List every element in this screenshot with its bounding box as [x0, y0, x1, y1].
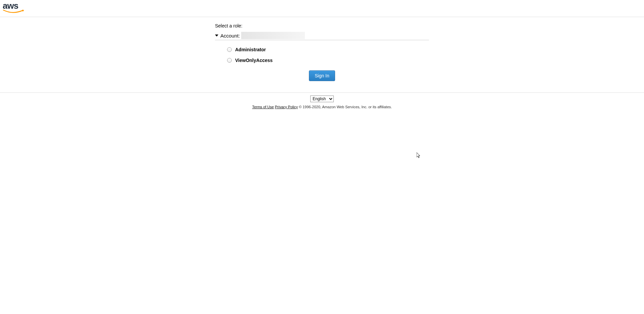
language-select[interactable]: English [310, 96, 334, 102]
radio-icon[interactable] [227, 58, 232, 63]
header: aws [0, 0, 644, 17]
select-role-heading: Select a role: [215, 23, 429, 28]
role-name: Administrator [235, 47, 266, 52]
aws-logo: aws [3, 1, 26, 15]
main-content: Select a role: Account: Administrator Vi… [215, 17, 429, 90]
role-item-administrator[interactable]: Administrator [227, 47, 429, 52]
privacy-policy-link[interactable]: Privacy Policy [275, 105, 298, 109]
signin-button[interactable]: Sign In [309, 70, 335, 81]
account-label: Account: [220, 33, 240, 39]
radio-icon[interactable] [227, 47, 232, 52]
terms-of-use-link[interactable]: Terms of Use [252, 105, 274, 109]
caret-down-icon [215, 35, 218, 37]
role-item-viewonlyaccess[interactable]: ViewOnlyAccess [227, 58, 429, 63]
roles-list: Administrator ViewOnlyAccess [215, 42, 429, 63]
account-value-redacted [241, 32, 305, 39]
footer: English Terms of Use Privacy Policy © 19… [0, 93, 644, 109]
aws-logo-text: aws [3, 1, 18, 11]
role-name: ViewOnlyAccess [235, 58, 273, 63]
copyright-text: © 1996-2020, Amazon Web Services, Inc. o… [298, 105, 392, 109]
account-toggle-row[interactable]: Account: [215, 32, 429, 40]
signin-wrap: Sign In [215, 70, 429, 81]
footer-links: Terms of Use Privacy Policy © 1996-2020,… [0, 105, 644, 109]
